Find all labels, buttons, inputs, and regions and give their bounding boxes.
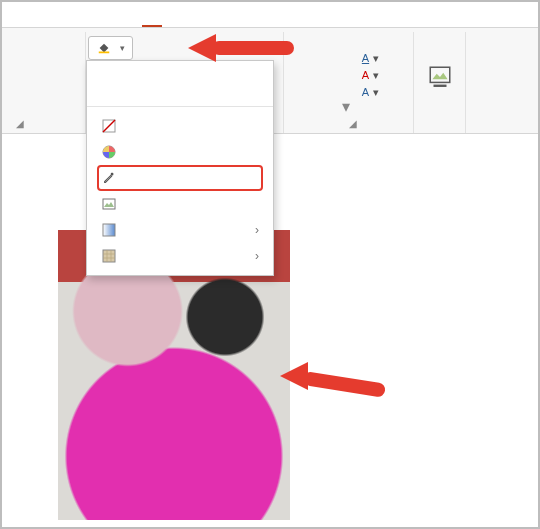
texture-fill-item[interactable]: ›	[97, 243, 263, 269]
ribbon-tabs	[2, 2, 538, 28]
chevron-right-icon: ›	[255, 223, 259, 237]
gradient-icon	[101, 222, 117, 238]
picture-icon	[101, 196, 117, 212]
wordart-gallery-more-icon[interactable]: ▾	[342, 97, 350, 116]
chevron-down-icon: ▾	[120, 43, 125, 53]
texture-icon	[101, 248, 117, 264]
shape-fill-dropdown: › ›	[86, 60, 274, 276]
eyedropper-icon	[101, 170, 117, 186]
tab-slideshow[interactable]	[22, 18, 42, 27]
gradient-fill-item[interactable]: ›	[97, 217, 263, 243]
svg-rect-9	[103, 250, 115, 262]
text-effects-button[interactable]: A▾	[358, 85, 383, 100]
svg-rect-2	[433, 84, 446, 86]
tab-shape-format[interactable]	[142, 16, 162, 27]
alt-text-button[interactable]	[427, 34, 453, 127]
alt-text-icon	[427, 64, 453, 90]
svg-rect-8	[103, 224, 115, 236]
chevron-right-icon: ›	[255, 249, 259, 263]
more-fill-colors-item[interactable]	[97, 139, 263, 165]
no-fill-item[interactable]	[97, 113, 263, 139]
ribbon-group-shape-styles: ◢	[2, 32, 86, 133]
dialog-launcher-icon[interactable]: ◢	[16, 118, 24, 129]
tab-record[interactable]	[46, 18, 66, 27]
ribbon-group-wordart-styles: ▾ A▾ A▾ A▾ ◢	[284, 32, 414, 133]
tab-review[interactable]	[70, 18, 90, 27]
eyedropper-item[interactable]	[97, 165, 263, 191]
tab-view[interactable]	[94, 18, 114, 27]
shape-fill-button[interactable]: ▾	[88, 36, 133, 60]
text-outline-button[interactable]: A▾	[358, 68, 383, 83]
paint-bucket-icon	[96, 40, 112, 56]
tab-animations[interactable]	[8, 18, 18, 27]
annotation-arrow	[280, 362, 390, 402]
svg-rect-7	[103, 199, 115, 209]
svg-rect-0	[99, 52, 110, 54]
tab-help[interactable]	[118, 18, 138, 27]
svg-rect-6	[111, 173, 114, 176]
text-fill-button[interactable]: A▾	[358, 51, 383, 66]
ribbon-group-alt-text	[414, 32, 466, 133]
color-wheel-icon	[101, 144, 117, 160]
svg-rect-1	[430, 67, 450, 82]
picture-fill-item[interactable]	[97, 191, 263, 217]
dialog-launcher-icon[interactable]: ◢	[349, 118, 357, 129]
no-fill-icon	[101, 118, 117, 134]
